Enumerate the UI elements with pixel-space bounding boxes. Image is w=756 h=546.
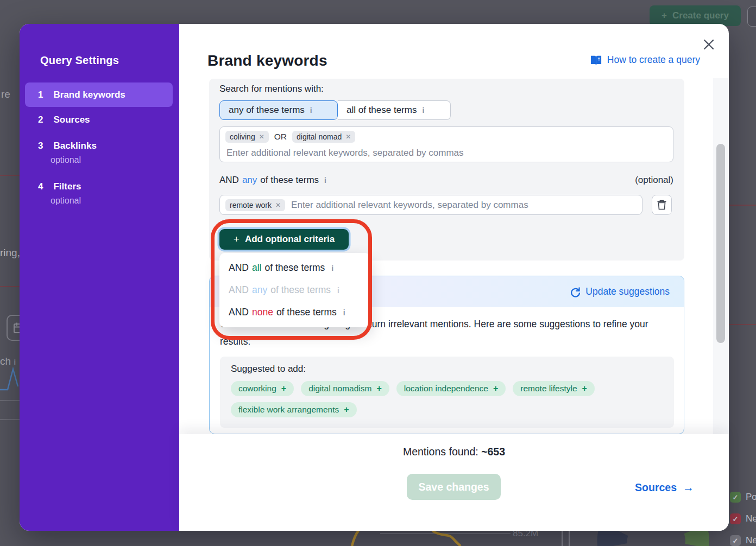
save-changes-button[interactable]: Save changes — [407, 474, 501, 500]
sidebar-title: Query Settings — [40, 54, 119, 67]
sources-link[interactable]: Sources → — [635, 481, 694, 494]
and-suffix: of these terms — [260, 175, 319, 186]
background-divider — [729, 205, 756, 206]
chip-label: location independence — [404, 384, 488, 393]
plus-icon: + — [662, 10, 667, 21]
modal-scrollbar-track[interactable] — [713, 78, 729, 434]
sidebar-item-label: Filters — [53, 181, 81, 192]
tab-label: all of these terms — [346, 105, 417, 116]
suggested-chip-coworking[interactable]: coworking + — [231, 381, 294, 396]
legend-label: Pos — [746, 492, 756, 503]
info-icon: i — [337, 286, 339, 295]
add-icon: + — [493, 384, 498, 393]
legend-label: Neu — [746, 535, 756, 546]
tab-any-of-these-terms[interactable]: any of these terms i — [219, 100, 338, 120]
background-text-fragment: ring, — [0, 247, 20, 259]
menu-item-keyword: all — [252, 262, 262, 274]
menu-item-and-all-of-these-terms[interactable]: AND all of these terms i — [219, 257, 370, 279]
checkbox-checked-icon: ✓ — [730, 492, 741, 503]
add-button-label: Add optional criteria — [245, 234, 335, 245]
menu-item-suffix: of these terms — [276, 307, 337, 318]
page-title: Brand keywords — [207, 52, 327, 69]
modal-scrollbar-thumb[interactable] — [716, 144, 725, 343]
sidebar-item-note: optional — [51, 196, 81, 206]
chip-label: remote lifestyle — [520, 384, 577, 393]
sidebar-item-label: Backlinks — [53, 141, 96, 151]
legend-item-neutral: ✓ Neu — [730, 535, 756, 546]
delete-criteria-button[interactable] — [652, 195, 672, 215]
sidebar-item-brand-keywords[interactable]: 1 Brand keywords — [25, 82, 173, 107]
suggested-chip-location-independence[interactable]: location independence + — [396, 381, 506, 396]
tab-all-of-these-terms[interactable]: all of these terms i — [338, 100, 451, 120]
update-suggestions-label: Update suggestions — [585, 286, 670, 297]
tab-label: any of these terms — [229, 105, 305, 116]
menu-item-keyword: none — [252, 307, 273, 318]
background-divider — [0, 419, 20, 420]
modal-footer: Mentions found: ~653 Save changes Source… — [179, 434, 729, 531]
remove-keyword-icon[interactable]: ✕ — [345, 133, 351, 141]
step-number: 4 — [38, 181, 43, 192]
add-icon: + — [281, 384, 286, 393]
menu-item-prefix: AND — [229, 307, 249, 318]
remove-keyword-icon[interactable]: ✕ — [275, 201, 281, 209]
sources-label: Sources — [635, 481, 677, 494]
sidebar-item-label: Sources — [53, 115, 90, 125]
sidebar-item-filters[interactable]: 4 Filters — [38, 181, 81, 192]
and-keyword: any — [242, 175, 257, 186]
section-label: Search for mentions with: — [219, 84, 324, 94]
add-optional-criteria-button[interactable]: + Add optional criteria — [219, 229, 349, 250]
legend-item-negative: ✓ Neg — [730, 513, 756, 524]
keyword-chip-digital-nomad: digital nomad ✕ — [292, 131, 355, 143]
update-suggestions-link[interactable]: Update suggestions — [570, 286, 670, 297]
query-settings-modal: Query Settings 1 Brand keywords 2 Source… — [20, 24, 729, 531]
sidebar-item-note: optional — [51, 155, 81, 165]
menu-item-keyword: any — [252, 284, 267, 296]
modal-main: Brand keywords How to create a query Sea… — [179, 24, 729, 531]
query-settings-sidebar: Query Settings 1 Brand keywords 2 Source… — [20, 24, 179, 531]
suggested-chip-remote-lifestyle[interactable]: remote lifestyle + — [513, 381, 595, 396]
sidebar-item-backlinks[interactable]: 3 Backlinks — [38, 141, 97, 151]
match-type-tabs: any of these terms i all of these terms … — [219, 100, 451, 120]
info-icon[interactable]: i — [331, 264, 333, 272]
remove-keyword-icon[interactable]: ✕ — [259, 133, 264, 141]
suggested-chip-digital-nomadism[interactable]: digital nomadism + — [301, 381, 389, 396]
menu-item-and-none-of-these-terms[interactable]: AND none of these terms i — [219, 301, 370, 323]
step-number: 3 — [38, 141, 43, 151]
menu-item-prefix: AND — [229, 262, 249, 274]
sidebar-item-sources[interactable]: 2 Sources — [38, 115, 90, 125]
info-icon[interactable]: i — [324, 176, 326, 185]
checkbox-checked-icon: ✓ — [730, 513, 741, 524]
how-to-create-query-link[interactable]: How to create a query — [590, 54, 700, 66]
optional-label: (optional) — [635, 175, 673, 186]
arrow-right-icon: → — [683, 481, 694, 494]
mentions-found-text: Mentions found: ~653 — [179, 446, 729, 458]
keywords-input[interactable]: coliving ✕ OR digital nomad ✕ Enter addi… — [219, 126, 673, 162]
refresh-icon — [570, 287, 581, 297]
and-keywords-input[interactable]: remote work ✕ Enter additional relevant … — [219, 195, 642, 215]
background-partial-button — [747, 7, 756, 27]
keyword-criteria-section: Search for mentions with: any of these t… — [209, 79, 684, 261]
suggested-to-add-label: Suggested to add: — [231, 364, 663, 374]
legend-item-positive: ✓ Pos — [730, 492, 756, 503]
chip-label: coliving — [230, 132, 255, 141]
info-icon[interactable]: i — [310, 106, 312, 115]
background-divider — [0, 400, 20, 401]
info-icon[interactable]: i — [343, 308, 345, 317]
menu-item-prefix: AND — [229, 284, 249, 296]
chip-label: flexible work arrangements — [238, 405, 339, 415]
menu-item-suffix: of these terms — [270, 284, 331, 296]
close-button[interactable] — [701, 37, 716, 52]
sidebar-item-label: Brand keywords — [53, 90, 125, 100]
help-link-label: How to create a query — [607, 54, 700, 66]
keyword-chip-coliving: coliving ✕ — [225, 131, 269, 143]
chip-label: coworking — [238, 384, 276, 393]
keywords-input-placeholder: Enter additional relevant keywords, sepa… — [226, 148, 667, 158]
info-icon[interactable]: i — [422, 106, 424, 115]
trash-icon — [657, 200, 666, 210]
background-divider — [0, 286, 20, 287]
add-icon: + — [582, 384, 587, 393]
suggested-keywords-box: Suggested to add: coworking + digital no… — [220, 357, 674, 428]
mentions-count: ~653 — [481, 446, 505, 458]
mentions-label: Mentions found: — [403, 446, 481, 458]
suggested-chip-flexible-work-arrangements[interactable]: flexible work arrangements + — [231, 402, 357, 417]
